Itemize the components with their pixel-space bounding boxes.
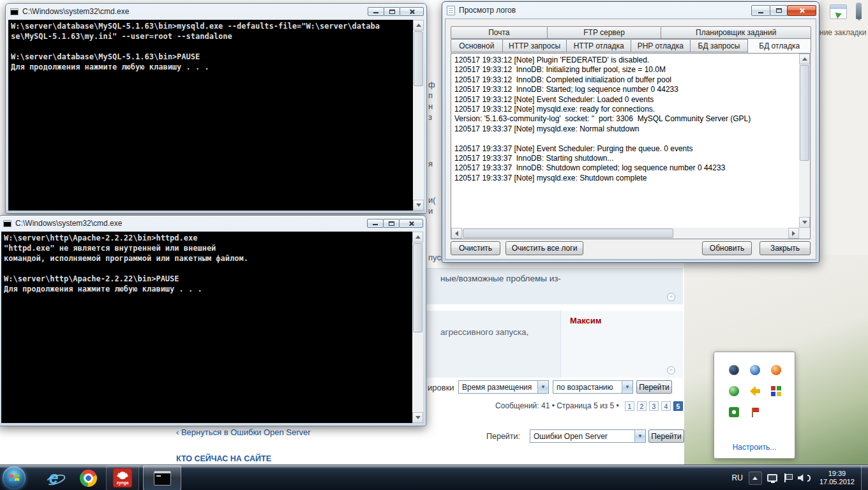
action-center-flag-icon[interactable] <box>783 473 792 482</box>
log-tab[interactable]: Почта <box>451 26 548 39</box>
vertical-scrollbar[interactable] <box>799 54 810 228</box>
minimize-button[interactable] <box>367 219 384 228</box>
other-bookmarks-label[interactable]: ние закладки <box>819 28 867 37</box>
minimize-button[interactable] <box>368 7 384 16</box>
scroll-up-icon[interactable] <box>413 20 424 31</box>
log-viewer-window[interactable]: Просмотр логов ПочтаFTP серверПланировщи… <box>442 1 819 263</box>
log-tab[interactable]: HTTP запросы <box>502 39 567 52</box>
log-tab[interactable]: БД запросы <box>690 39 749 52</box>
forum-jump-select[interactable]: Ошибки Open Server ▼ <box>530 429 646 443</box>
language-indicator[interactable]: RU <box>732 473 743 482</box>
titlebar[interactable]: C:\Windows\system32\cmd.exe <box>6 4 426 18</box>
window-controls <box>368 219 423 228</box>
taskbar-cmd-button-active[interactable] <box>143 465 181 490</box>
show-hidden-icons-button[interactable] <box>749 471 762 485</box>
clear-all-logs-button[interactable]: Очистить все логи <box>505 241 583 255</box>
maximize-button[interactable] <box>383 219 400 228</box>
scroll-right-icon[interactable] <box>788 228 799 239</box>
page-number-link[interactable]: 5 <box>673 401 683 411</box>
close-button[interactable] <box>787 5 816 16</box>
bookmark-mail-icon[interactable] <box>830 4 847 19</box>
sort-by-select[interactable]: Время размещения ▼ <box>458 380 549 394</box>
close-icon <box>799 8 805 13</box>
taskbar-internet-explorer-button[interactable] <box>37 465 70 490</box>
maximize-button[interactable] <box>384 7 400 16</box>
page-number-link[interactable]: 2 <box>637 401 647 411</box>
close-button[interactable] <box>399 219 423 228</box>
scroll-up-icon[interactable] <box>412 232 423 242</box>
vertical-scrollbar[interactable] <box>412 232 423 423</box>
log-line: Version: '5.1.63-community-log' socket: … <box>454 114 797 124</box>
jump-go-button[interactable]: Перейти <box>648 429 684 443</box>
vertical-scrollbar[interactable] <box>413 20 424 211</box>
close-button[interactable] <box>400 7 424 16</box>
cmd-window-apache[interactable]: C:\Windows\system32\cmd.exe W:\server\ht… <box>0 215 426 426</box>
log-output-panel[interactable]: 120517 19:33:12 [Note] Plugin 'FEDERATED… <box>451 53 811 239</box>
clear-log-button[interactable]: Очистить <box>451 241 500 255</box>
back-to-top-icon[interactable] <box>667 366 675 375</box>
console-line: W:\server\http\Apache-2.2.22\bin>PAUSE <box>4 274 410 284</box>
scrollbar-thumb[interactable] <box>414 31 423 86</box>
globe-green-icon[interactable] <box>729 386 739 396</box>
close-log-button[interactable]: Закрыть <box>760 241 811 255</box>
show-desktop-button[interactable] <box>861 465 868 490</box>
sort-go-button[interactable]: Перейти <box>636 380 672 394</box>
post-author[interactable]: Максим <box>570 316 601 325</box>
ball-orange-icon[interactable] <box>771 365 781 375</box>
close-icon <box>409 9 415 15</box>
horizontal-scrollbar[interactable] <box>451 228 799 239</box>
volume-icon[interactable] <box>798 474 806 482</box>
sort-direction-select[interactable]: по возрастанию ▼ <box>553 380 633 394</box>
scrollbar-thumb[interactable] <box>800 65 809 161</box>
window-controls <box>752 5 816 16</box>
zynga-icon: zynga <box>113 468 132 487</box>
scroll-down-icon[interactable] <box>413 200 424 211</box>
taskbar: zynga RU 19:39 17.05.2012 <box>0 464 868 490</box>
minimize-button[interactable] <box>751 5 770 16</box>
arrow-yellow-icon[interactable] <box>750 386 760 396</box>
back-to-forum-link[interactable]: ‹ Вернуться в Ошибки Open Server <box>176 427 311 437</box>
start-button[interactable] <box>3 466 26 489</box>
scroll-left-icon[interactable] <box>451 228 462 239</box>
titlebar[interactable]: Просмотр логов <box>442 2 819 17</box>
who-is-online-link[interactable]: КТО СЕЙЧАС НА САЙТЕ <box>176 454 271 463</box>
back-to-top-icon[interactable] <box>667 293 675 301</box>
color-squares-icon[interactable] <box>771 386 781 396</box>
log-tab[interactable]: Основной <box>451 39 503 52</box>
titlebar[interactable]: C:\Windows\system32\cmd.exe <box>0 216 426 230</box>
log-tab[interactable]: FTP сервер <box>547 26 662 39</box>
console-output[interactable]: W:\server\http\Apache-2.2.22\bin>httpd.e… <box>1 232 423 423</box>
taskbar-chrome-button[interactable] <box>71 465 105 490</box>
cmd-window-mysql[interactable]: C:\Windows\system32\cmd.exe W:\server\da… <box>5 3 427 214</box>
page-number-link[interactable]: 3 <box>649 401 659 411</box>
flag-red-icon[interactable] <box>750 407 760 417</box>
jump-to-label: Перейти: <box>486 432 520 441</box>
scroll-down-icon[interactable] <box>799 217 810 228</box>
log-tab[interactable]: Планировщик заданий <box>661 26 811 39</box>
badge-green-icon[interactable] <box>729 407 739 417</box>
window-controls <box>368 7 424 16</box>
scrollbar-thumb[interactable] <box>413 243 423 332</box>
refresh-button[interactable]: Обновить <box>702 241 752 255</box>
scrollbar-thumb[interactable] <box>463 228 673 238</box>
post-text-fragment: агрессивного запуска, <box>440 327 528 337</box>
scroll-up-icon[interactable] <box>799 54 810 64</box>
customize-tray-link[interactable]: Настроить... <box>714 443 795 452</box>
scroll-down-icon[interactable] <box>412 412 423 423</box>
page-number-link[interactable]: 1 <box>625 401 634 411</box>
desktop: ние закладки фпнзяи(и пуск ные/возможные… <box>0 0 868 490</box>
maximize-button[interactable] <box>770 5 788 16</box>
globe-blue-icon[interactable] <box>750 365 760 375</box>
globe-network-icon[interactable] <box>729 365 739 375</box>
log-tab[interactable]: HTTP отладка <box>566 39 631 52</box>
page-text-fragment: з <box>428 112 442 122</box>
log-tab[interactable]: PHP отладка <box>631 39 691 52</box>
taskbar-zynga-button[interactable]: zynga <box>106 465 139 490</box>
bookmark-pin-icon[interactable] <box>856 3 862 19</box>
console-output[interactable]: W:\server\database\MySQL-5.1.63\bin>mysq… <box>8 20 424 211</box>
chrome-icon <box>80 470 97 487</box>
display-tray-icon[interactable] <box>767 474 777 482</box>
log-tab[interactable]: БД отладка <box>747 38 811 53</box>
page-number-link[interactable]: 4 <box>661 401 671 411</box>
taskbar-clock[interactable]: 19:39 17.05.2012 <box>819 470 855 486</box>
